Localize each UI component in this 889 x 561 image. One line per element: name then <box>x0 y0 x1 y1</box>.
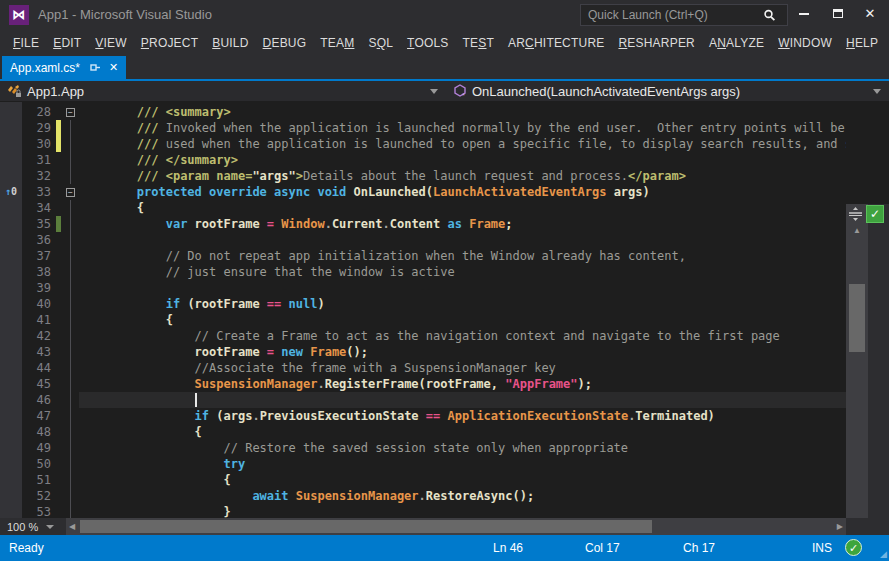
tab-app-xaml-cs[interactable]: App.xaml.cs* ✕ <box>2 56 126 79</box>
editor-splitter-handle[interactable] <box>847 206 864 222</box>
menu-item-project[interactable]: PROJECT <box>134 36 205 50</box>
outlining-margin <box>63 440 79 456</box>
code-line-38[interactable]: 38 // just ensure that the window is act… <box>0 264 846 280</box>
outlining-margin[interactable]: − <box>63 184 79 200</box>
code-text[interactable]: /// used when the application is launche… <box>79 136 846 152</box>
menu-item-architecture[interactable]: ARCHITECTURE <box>501 36 611 50</box>
code-text[interactable]: // Create a Frame to act as the navigati… <box>79 328 846 344</box>
scroll-right-icon[interactable]: ▶ <box>837 522 843 531</box>
menu-item-view[interactable]: VIEW <box>88 36 133 50</box>
menu-item-team[interactable]: TEAM <box>313 36 361 50</box>
close-button[interactable]: ✕ <box>854 0 886 28</box>
horizontal-scrollbar-thumb[interactable] <box>80 520 652 533</box>
code-line-50[interactable]: 50 try <box>0 456 846 472</box>
menu-item-sql[interactable]: SQL <box>361 36 400 50</box>
code-text[interactable]: { <box>79 312 846 328</box>
code-text[interactable] <box>79 232 846 248</box>
menu-item-build[interactable]: BUILD <box>205 36 255 50</box>
code-line-32[interactable]: 32 /// <param name="args">Details about … <box>0 168 846 184</box>
glyph-margin <box>0 200 22 216</box>
scroll-up-icon[interactable]: ▲ <box>846 226 868 235</box>
pin-icon[interactable] <box>90 62 101 73</box>
code-line-44[interactable]: 44 //Associate the frame with a Suspensi… <box>0 360 846 376</box>
code-text[interactable]: SuspensionManager.RegisterFrame(rootFram… <box>79 376 846 392</box>
code-text[interactable]: } <box>79 504 846 518</box>
quick-launch-input[interactable]: Quick Launch (Ctrl+Q) <box>580 4 788 26</box>
menu-item-tools[interactable]: TOOLS <box>400 36 455 50</box>
code-line-48[interactable]: 48 { <box>0 424 846 440</box>
code-line-45[interactable]: 45 SuspensionManager.RegisterFrame(rootF… <box>0 376 846 392</box>
menu-item-help[interactable]: HELP <box>839 36 885 50</box>
code-text[interactable]: protected override async void OnLaunched… <box>79 184 846 200</box>
code-line-47[interactable]: 47 if (args.PreviousExecutionState == Ap… <box>0 408 846 424</box>
code-text[interactable]: /// <summary> <box>79 104 846 120</box>
code-text[interactable]: // Do not repeat app initialization when… <box>79 248 846 264</box>
code-line-42[interactable]: 42 // Create a Frame to act as the navig… <box>0 328 846 344</box>
usages-badge[interactable]: ↑0 <box>0 184 22 200</box>
collapse-region-icon[interactable]: − <box>66 108 75 117</box>
code-text[interactable]: //Associate the frame with a SuspensionM… <box>79 360 846 376</box>
code-editor[interactable]: 28− /// <summary>29 /// Invoked when the… <box>0 102 889 518</box>
code-text[interactable]: /// Invoked when the application is laun… <box>79 120 846 136</box>
outlining-line <box>70 424 71 440</box>
horizontal-scrollbar[interactable]: ◀ ▶ <box>66 518 846 535</box>
code-text[interactable]: var rootFrame = Window.Current.Content a… <box>79 216 846 232</box>
code-line-28[interactable]: 28− /// <summary> <box>0 104 846 120</box>
code-line-51[interactable]: 51 { <box>0 472 846 488</box>
code-text[interactable]: // Restore the saved session state only … <box>79 440 846 456</box>
code-text[interactable] <box>79 392 846 408</box>
outlining-margin <box>63 376 79 392</box>
code-text[interactable]: // just ensure that the window is active <box>79 264 846 280</box>
outlining-margin[interactable]: − <box>63 104 79 120</box>
code-line-34[interactable]: 34 { <box>0 200 846 216</box>
code-text[interactable]: rootFrame = new Frame(); <box>79 344 846 360</box>
class-dropdown[interactable]: App1.App <box>0 81 446 101</box>
code-text[interactable]: await SuspensionManager.RestoreAsync(); <box>79 488 846 504</box>
maximize-button[interactable] <box>822 0 854 28</box>
code-line-29[interactable]: 29 /// Invoked when the application is l… <box>0 120 846 136</box>
code-line-30[interactable]: 30 /// used when the application is laun… <box>0 136 846 152</box>
code-line-33[interactable]: ↑033− protected override async void OnLa… <box>0 184 846 200</box>
menu-item-window[interactable]: WINDOW <box>771 36 839 50</box>
zoom-level-dropdown[interactable]: 100 % <box>2 518 64 535</box>
code-line-36[interactable]: 36 <box>0 232 846 248</box>
code-text[interactable]: { <box>79 424 846 440</box>
menu-item-debug[interactable]: DEBUG <box>256 36 314 50</box>
code-text[interactable]: { <box>79 472 846 488</box>
minimize-button[interactable] <box>788 0 820 28</box>
code-line-31[interactable]: 31 /// </summary> <box>0 152 846 168</box>
vertical-scrollbar[interactable]: ▲ ▼ <box>846 204 868 518</box>
resharper-status-check-icon[interactable]: ✓ <box>866 205 884 223</box>
glyph-margin <box>0 248 22 264</box>
code-line-39[interactable]: 39 <box>0 280 846 296</box>
code-line-52[interactable]: 52 await SuspensionManager.RestoreAsync(… <box>0 488 846 504</box>
close-icon[interactable]: ✕ <box>109 61 118 74</box>
code-text[interactable]: /// <param name="args">Details about the… <box>79 168 846 184</box>
scroll-left-icon[interactable]: ◀ <box>69 522 75 531</box>
code-line-41[interactable]: 41 { <box>0 312 846 328</box>
menu-item-analyze[interactable]: ANALYZE <box>702 36 771 50</box>
code-line-43[interactable]: 43 rootFrame = new Frame(); <box>0 344 846 360</box>
code-line-46[interactable]: 46 <box>0 392 846 408</box>
resize-grip[interactable]: ◢ <box>880 549 887 559</box>
method-dropdown[interactable]: * OnLaunched(LaunchActivatedEventArgs ar… <box>446 81 889 101</box>
menu-item-test[interactable]: TEST <box>456 36 501 50</box>
vertical-scrollbar-thumb[interactable] <box>849 284 865 352</box>
code-text[interactable]: try <box>79 456 846 472</box>
menu-item-file[interactable]: FILE <box>6 36 46 50</box>
code-line-35[interactable]: 35 var rootFrame = Window.Current.Conten… <box>0 216 846 232</box>
code-line-37[interactable]: 37 // Do not repeat app initialization w… <box>0 248 846 264</box>
code-text[interactable]: { <box>79 200 846 216</box>
menu-item-resharper[interactable]: RESHARPER <box>611 36 702 50</box>
code-line-40[interactable]: 40 if (rootFrame == null) <box>0 296 846 312</box>
code-text[interactable]: if (rootFrame == null) <box>79 296 846 312</box>
code-line-53[interactable]: 53 } <box>0 504 846 518</box>
code-line-49[interactable]: 49 // Restore the saved session state on… <box>0 440 846 456</box>
glyph-margin <box>0 312 22 328</box>
code-text[interactable] <box>79 280 846 296</box>
search-icon[interactable] <box>763 9 787 22</box>
menu-item-edit[interactable]: EDIT <box>46 36 88 50</box>
collapse-region-icon[interactable]: − <box>66 188 75 197</box>
code-text[interactable]: if (args.PreviousExecutionState == Appli… <box>79 408 846 424</box>
code-text[interactable]: /// </summary> <box>79 152 846 168</box>
